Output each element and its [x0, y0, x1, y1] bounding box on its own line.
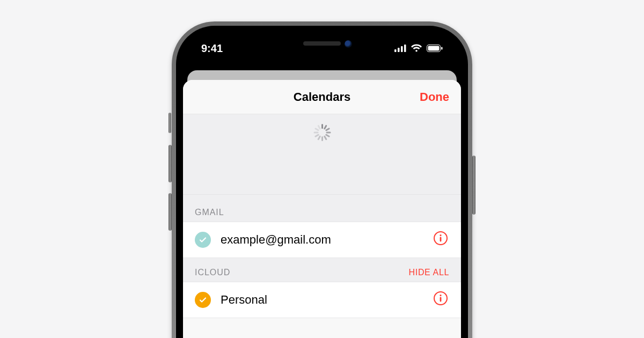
svg-rect-9 — [440, 237, 442, 242]
svg-point-11 — [440, 295, 441, 296]
calendar-row-gmail[interactable]: example@gmail.com — [183, 222, 461, 258]
section-header-icloud: ICLOUD HIDE ALL — [183, 258, 461, 282]
cellular-signal-icon — [394, 45, 406, 52]
checkmark-icon[interactable] — [195, 292, 211, 308]
phone-screen: 9:41 Calendars Done — [183, 33, 461, 338]
modal-header: Calendars Done — [183, 80, 461, 114]
svg-rect-12 — [440, 297, 442, 302]
svg-rect-3 — [404, 45, 406, 52]
phone-volume-down — [169, 193, 172, 231]
svg-rect-2 — [401, 46, 403, 52]
done-button[interactable]: Done — [420, 90, 449, 104]
phone-mute-switch — [169, 113, 171, 133]
section-icloud: ICLOUD HIDE ALL Personal — [183, 258, 461, 318]
checkmark-icon[interactable] — [195, 232, 211, 248]
modal-title: Calendars — [294, 90, 350, 104]
calendars-modal: Calendars Done — [183, 80, 461, 338]
phone-volume-up — [169, 145, 172, 182]
loading-area — [183, 114, 461, 195]
phone-frame: 9:41 Calendars Done — [172, 21, 472, 338]
phone-speaker — [303, 41, 341, 46]
calendar-row-personal[interactable]: Personal — [183, 282, 461, 318]
loading-spinner-icon — [313, 124, 331, 141]
section-header-label: ICLOUD — [195, 268, 230, 277]
info-icon[interactable] — [433, 291, 449, 309]
calendar-row-label: example@gmail.com — [221, 233, 423, 247]
svg-rect-0 — [394, 49, 397, 52]
info-icon[interactable] — [433, 231, 449, 249]
status-time: 9:41 — [201, 42, 223, 55]
phone-notch — [252, 33, 392, 54]
wifi-icon — [411, 44, 422, 53]
section-header-label: GMAIL — [195, 208, 224, 217]
svg-rect-1 — [398, 48, 400, 52]
svg-point-8 — [440, 234, 441, 236]
hide-all-button[interactable]: HIDE ALL — [409, 268, 449, 277]
calendar-row-label: Personal — [221, 293, 423, 307]
svg-rect-5 — [428, 46, 440, 51]
battery-icon — [427, 45, 443, 52]
phone-side-button — [472, 156, 475, 215]
section-header-gmail: GMAIL — [183, 195, 461, 222]
phone-front-camera — [345, 40, 352, 48]
svg-rect-6 — [441, 47, 443, 50]
section-gmail: GMAIL example@gmail.com — [183, 195, 461, 258]
